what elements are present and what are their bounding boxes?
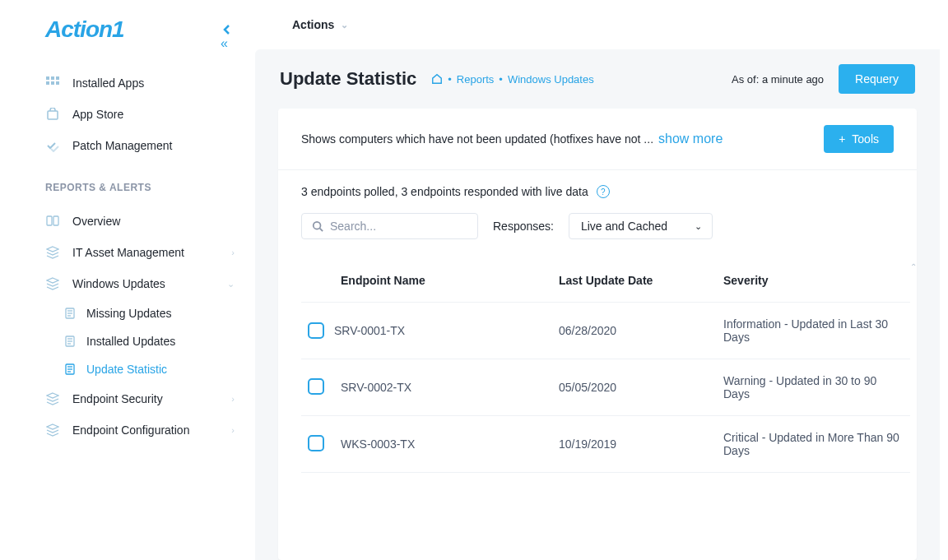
- svg-line-22: [320, 229, 323, 232]
- chevron-down-icon: ⌄: [227, 279, 235, 289]
- filter-row: Responses: Live and Cached ⌄: [278, 198, 917, 239]
- chevron-down-icon: ⌄: [341, 20, 348, 30]
- col-severity[interactable]: Severity: [717, 262, 910, 303]
- card: Shows computers which have not been upda…: [278, 109, 917, 560]
- breadcrumb[interactable]: • Reports • Windows Updates: [431, 73, 593, 86]
- sidebar-item-windows-updates[interactable]: Windows Updates ⌄: [45, 268, 255, 299]
- table-wrap: ⌃ Endpoint Name Last Update Date Severit…: [278, 262, 917, 473]
- document-icon: [63, 335, 77, 348]
- stack-icon: [45, 245, 60, 260]
- table-row[interactable]: SRV-0001-TX 06/28/2020 Information - Upd…: [301, 303, 910, 359]
- sidebar-sub-update-statistic[interactable]: Update Statistic: [45, 355, 255, 383]
- sidebar-item-label: App Store: [72, 108, 123, 121]
- table-row[interactable]: SRV-0002-TX 05/05/2020 Warning - Updated…: [301, 359, 910, 416]
- svg-rect-1: [51, 76, 54, 80]
- cell-severity: Information - Updated in Last 30 Days: [717, 303, 910, 359]
- description-row: Shows computers which have not been upda…: [278, 109, 917, 170]
- sidebar-item-app-store[interactable]: App Store: [45, 99, 255, 130]
- row-checkbox[interactable]: [308, 435, 324, 451]
- topbar: Actions ⌄: [255, 0, 948, 49]
- description-text: Shows computers which have not been upda…: [301, 132, 653, 146]
- responses-value: Live and Cached: [581, 220, 667, 233]
- tools-button[interactable]: + Tools: [824, 125, 894, 153]
- svg-rect-5: [56, 81, 59, 85]
- svg-rect-6: [48, 111, 58, 119]
- row-checkbox[interactable]: [308, 378, 324, 395]
- table-row[interactable]: WKS-0003-TX 10/19/2019 Critical - Update…: [301, 416, 910, 473]
- sidebar-item-label: Installed Apps: [72, 76, 144, 90]
- collapse-sidebar-button[interactable]: «: [221, 23, 234, 51]
- scroll-up-icon[interactable]: ⌃: [910, 262, 917, 271]
- status-text: 3 endpoints polled, 3 endpoints responde…: [301, 185, 588, 198]
- requery-button[interactable]: Requery: [839, 64, 915, 94]
- chevron-right-icon: ›: [231, 425, 235, 435]
- svg-point-21: [314, 222, 321, 229]
- cell-name: SRV-0001-TX: [334, 303, 552, 359]
- stack-icon: [45, 276, 60, 291]
- sidebar-sub-label: Update Statistic: [86, 363, 167, 376]
- svg-rect-7: [47, 216, 52, 225]
- breadcrumb-reports[interactable]: Reports: [457, 73, 495, 86]
- chevron-down-icon: ⌄: [695, 221, 702, 232]
- check-icon: [45, 138, 60, 153]
- help-icon[interactable]: ?: [597, 185, 610, 198]
- page-title: Update Statistic: [280, 68, 416, 90]
- breadcrumb-sep: •: [499, 73, 503, 86]
- sidebar-item-endpoint-config[interactable]: Endpoint Configuration ›: [45, 414, 255, 446]
- document-icon: [63, 363, 77, 376]
- sidebar-sub-label: Missing Updates: [86, 307, 172, 320]
- stack-icon: [45, 391, 60, 406]
- breadcrumb-windows-updates[interactable]: Windows Updates: [508, 73, 594, 86]
- sidebar-item-label: Patch Management: [72, 139, 172, 152]
- responses-select[interactable]: Live and Cached ⌄: [569, 213, 713, 239]
- tools-label: Tools: [852, 132, 879, 146]
- asof-label: As of: a minute ago: [732, 73, 824, 86]
- col-endpoint[interactable]: Endpoint Name: [334, 262, 552, 303]
- sidebar-item-patch-management[interactable]: Patch Management: [45, 130, 255, 161]
- sidebar-section-reports: REPORTS & ALERTS: [45, 182, 255, 193]
- status-row: 3 endpoints polled, 3 endpoints responde…: [278, 170, 917, 198]
- cell-date: 10/19/2019: [552, 416, 717, 473]
- actions-menu[interactable]: Actions ⌄: [292, 18, 348, 31]
- endpoints-table: Endpoint Name Last Update Date Severity …: [301, 262, 910, 473]
- search-field[interactable]: [330, 220, 467, 233]
- search-input[interactable]: [301, 213, 478, 239]
- document-icon: [63, 307, 77, 320]
- sidebar-sub-installed-updates[interactable]: Installed Updates: [45, 327, 255, 355]
- home-icon: [431, 73, 443, 85]
- svg-rect-2: [56, 76, 59, 80]
- actions-label: Actions: [292, 18, 334, 31]
- svg-rect-3: [46, 81, 49, 85]
- sidebar-item-endpoint-security[interactable]: Endpoint Security ›: [45, 383, 255, 414]
- sidebar-sub-label: Installed Updates: [86, 335, 175, 348]
- sidebar-item-label: Windows Updates: [72, 277, 165, 290]
- sidebar-item-installed-apps[interactable]: Installed Apps: [45, 67, 255, 99]
- grid-icon: [45, 76, 60, 90]
- show-more-link[interactable]: show more: [658, 132, 723, 146]
- svg-rect-0: [46, 76, 49, 80]
- cell-severity: Warning - Updated in 30 to 90 Days: [717, 359, 910, 416]
- svg-rect-8: [53, 216, 58, 225]
- book-icon: [45, 214, 60, 229]
- col-date[interactable]: Last Update Date: [552, 262, 717, 303]
- plus-icon: +: [839, 132, 845, 146]
- cell-name: SRV-0002-TX: [334, 359, 552, 416]
- sidebar-item-overview[interactable]: Overview: [45, 206, 255, 237]
- cell-date: 06/28/2020: [552, 303, 717, 359]
- search-icon: [312, 220, 323, 232]
- cell-severity: Critical - Updated in More Than 90 Days: [717, 416, 910, 473]
- row-checkbox[interactable]: [308, 322, 324, 339]
- content-panel: Update Statistic • Reports • Windows Upd…: [255, 49, 940, 560]
- sidebar-item-it-asset[interactable]: IT Asset Management ›: [45, 237, 255, 268]
- sidebar-sub-missing-updates[interactable]: Missing Updates: [45, 299, 255, 327]
- sidebar-item-label: Endpoint Configuration: [72, 423, 189, 437]
- main: Actions ⌄ Update Statistic • Reports • W…: [255, 0, 948, 560]
- responses-label: Responses:: [493, 220, 554, 233]
- cell-name: WKS-0003-TX: [334, 416, 552, 473]
- stack-icon: [45, 423, 60, 437]
- sidebar: Action1 Installed Apps App Store Patch M…: [0, 0, 255, 560]
- cell-date: 05/05/2020: [552, 359, 717, 416]
- breadcrumb-sep: •: [448, 73, 452, 86]
- svg-rect-4: [51, 81, 54, 85]
- bag-icon: [45, 107, 60, 122]
